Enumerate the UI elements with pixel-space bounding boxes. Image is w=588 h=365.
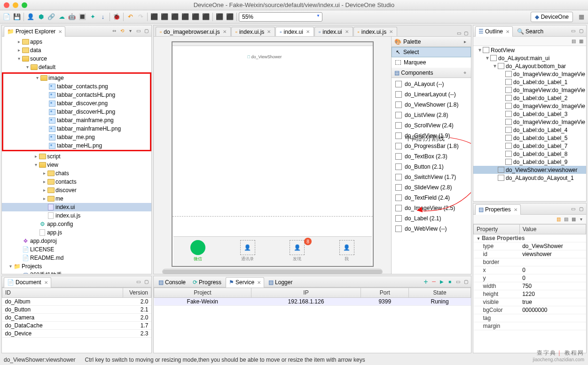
property-row[interactable]: x0 [474, 266, 586, 274]
bottombar-item[interactable]: 微信 [173, 237, 223, 265]
properties-table[interactable]: PropertyValue Base Properties typedo_Vie… [473, 224, 586, 330]
align-left-icon[interactable]: ⬛ [149, 12, 159, 22]
tree-file[interactable]: tabbar_contactsHL.png [3, 91, 150, 99]
cube-icon[interactable]: ⬢ [36, 12, 46, 22]
close-tab-icon[interactable]: ✕ [267, 29, 271, 34]
outline-item[interactable]: do_Label:do_Label_2 [473, 94, 586, 102]
property-row[interactable]: height1220 [474, 290, 586, 298]
document-tab[interactable]: 📄Document✕ [4, 277, 51, 287]
logger-tab[interactable]: ▤Logger [266, 277, 295, 287]
minimize-panel-icon[interactable]: ▭ [455, 279, 461, 285]
play-icon[interactable]: ✦ [88, 12, 97, 22]
outline-item[interactable]: do_ImageView:do_ImageVie [473, 102, 586, 110]
close-tab-icon[interactable]: ✕ [389, 29, 393, 34]
outline-btn1-icon[interactable]: ▤ [570, 38, 577, 44]
properties-tab[interactable]: ▤Properties✕ [475, 204, 521, 215]
align-mid-icon[interactable]: ⬛ [191, 12, 200, 22]
palette-item[interactable]: do_SlideView (2.8) [392, 182, 471, 193]
palette-item[interactable]: do_Label (2.1) [392, 213, 471, 224]
sync-icon[interactable]: ⟲ [119, 28, 125, 34]
outline-item[interactable]: do_ALayout:do_ALayout_1 [473, 174, 586, 182]
zoom-select[interactable] [239, 12, 322, 22]
bottombar-item[interactable]: 👤发现8 [273, 237, 322, 265]
palette-item[interactable]: do_TextField (2.4) [392, 193, 471, 203]
refresh-icon[interactable]: ↓ [98, 12, 108, 22]
minimize-panel-icon[interactable]: ▭ [135, 28, 141, 34]
palette-item[interactable]: do_Button (2.1) [392, 162, 471, 172]
service-table[interactable]: ProjectIPPortState Fake-Weixin192.168.1.… [154, 287, 471, 306]
prop-btn1-icon[interactable]: ▥ [555, 216, 562, 222]
height-icon[interactable]: ⬛ [225, 12, 235, 22]
palette-item[interactable]: do_ScrollView (2.4) [392, 120, 471, 131]
progress-tab[interactable]: ⟳Progress [190, 277, 224, 287]
palette-item[interactable]: do_ALayout (--) [392, 79, 471, 89]
prop-btn3-icon[interactable]: ▦ [570, 216, 577, 222]
property-row[interactable]: y0 [474, 274, 586, 282]
property-row[interactable]: typedo_ViewShower [474, 242, 586, 250]
outline-item[interactable]: do_Label:do_Label_9 [473, 158, 586, 166]
minimize-panel-icon[interactable]: ▭ [135, 279, 141, 285]
apple-icon[interactable]: 🔳 [78, 12, 87, 22]
editor-tab[interactable]: ▫index.ui✕ [275, 27, 314, 36]
editor-tab[interactable]: ▫index.ui.js✕ [353, 27, 398, 36]
palette-item[interactable]: do_LinearLayout (--) [392, 89, 471, 100]
tree-file[interactable]: tabbar_discover.png [3, 99, 150, 108]
palette-item[interactable]: do_TextBox (2.3) [392, 151, 471, 162]
align-center-icon[interactable]: ⬛ [160, 12, 169, 22]
table-row[interactable]: do_Device2.3 [2, 330, 151, 338]
outline-item[interactable]: ▼RootView [473, 46, 586, 54]
maximize-panel-icon[interactable]: ▢ [143, 279, 149, 285]
add-icon[interactable]: + [423, 279, 429, 285]
maximize-panel-icon[interactable]: ▢ [578, 28, 584, 34]
prop-menu-icon[interactable]: ▾ [578, 216, 584, 222]
close-tab-icon[interactable]: ✕ [345, 29, 349, 34]
minimize-panel-icon[interactable]: ▭ [455, 30, 462, 36]
perspective-icon[interactable]: ▦ [577, 12, 586, 22]
project-tree[interactable]: ▸apps ▸data ▾source ▾default ▾image tabb… [2, 37, 151, 274]
property-row[interactable]: tag [474, 314, 586, 322]
align-right-icon[interactable]: ⬛ [170, 12, 180, 22]
editor-tab[interactable]: ▫do_imagebrowser.ui.js✕ [156, 27, 231, 36]
deviceone-button[interactable]: ◆DeviceOne [531, 12, 573, 22]
run-icon[interactable]: ▶ [439, 279, 445, 285]
outline-item[interactable]: do_Label:do_Label_1 [473, 78, 586, 86]
minimize-panel-icon[interactable]: ▭ [570, 28, 576, 34]
align-bot-icon[interactable]: ⬛ [201, 12, 211, 22]
android-icon[interactable]: 🤖 [67, 12, 77, 22]
width-icon[interactable]: ⬛ [215, 12, 224, 22]
document-table[interactable]: IDVersion do_Album2.0do_Button2.1do_Came… [2, 287, 151, 338]
outline-item[interactable]: ▼do_ALayout:main_ui [473, 54, 586, 62]
upload-icon[interactable]: ☁ [57, 12, 66, 22]
table-row[interactable]: do_Album2.0 [2, 298, 151, 306]
new-button[interactable]: 📄 [2, 12, 11, 22]
redo-button[interactable]: ↷ [136, 12, 145, 22]
outline-tab[interactable]: ☰Outline✕ [475, 26, 513, 37]
menu-icon[interactable]: ▾ [127, 28, 133, 34]
collapse-icon[interactable]: ⇔ [111, 28, 118, 34]
outline-item[interactable]: do_Label:do_Label_7 [473, 142, 586, 150]
maximize-panel-icon[interactable]: ▢ [578, 206, 584, 212]
maximize-panel-icon[interactable]: ▢ [143, 28, 149, 34]
palette-item[interactable]: do_ViewShower (1.8) [392, 100, 471, 110]
outline-item[interactable]: do_ViewShower:viewshower [473, 166, 586, 174]
close-tab-icon[interactable]: ✕ [223, 29, 227, 34]
close-tab-icon[interactable]: ✕ [306, 29, 310, 34]
outline-item[interactable]: do_Label:do_Label_3 [473, 110, 586, 118]
tree-file[interactable]: tabbar_me.png [3, 133, 150, 141]
property-row[interactable]: border [474, 258, 586, 266]
table-row[interactable]: do_DataCache1.7 [2, 322, 151, 330]
palette-select[interactable]: ↖Select [392, 47, 471, 57]
prop-btn2-icon[interactable]: ▤ [563, 216, 569, 222]
bottombar-item[interactable]: 👤通讯录 [223, 237, 273, 265]
debug-icon[interactable]: 🐞 [112, 12, 121, 22]
tree-file[interactable]: tabbar_discoverHL.png [3, 108, 150, 116]
tree-file[interactable]: tabbar_contacts.png [3, 82, 150, 91]
palette-marquee[interactable]: Marquee [392, 57, 471, 68]
designer-canvas[interactable]: do_ViewShower 微信👤通讯录👤发现8👤我 [154, 37, 391, 274]
property-row[interactable]: bgColor00000000 [474, 306, 586, 314]
link-icon[interactable]: 🔗 [47, 12, 56, 22]
palette-item[interactable]: do_WebView (--) [392, 224, 471, 234]
project-explorer-tab[interactable]: 📁Project Explorer✕ [4, 26, 65, 37]
outline-btn2-icon[interactable]: ▦ [578, 38, 584, 44]
search-tab[interactable]: 🔍Search [514, 26, 546, 37]
